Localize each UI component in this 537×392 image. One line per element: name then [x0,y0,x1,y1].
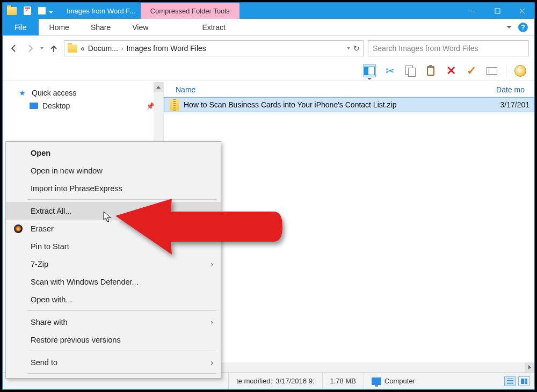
rename-button[interactable] [485,64,498,77]
help-icon[interactable]: ? [518,23,528,32]
col-date[interactable]: Date mo [496,85,534,94]
maximize-button[interactable] [485,3,510,19]
chevron-right-icon: › [211,358,213,367]
address-folder-icon [68,45,77,53]
ctx-separator [27,310,216,311]
toolbar: ✂ ✕ ✓ [3,61,534,81]
file-tab[interactable]: File [3,19,39,35]
ctx-open-with[interactable]: Open with... [6,291,221,308]
sidebar-item-quick-access[interactable]: ★ Quick access [3,86,163,99]
ctx-share-with[interactable]: Share with › [6,313,221,331]
zip-file-icon [170,99,179,111]
ctx-restore-versions[interactable]: Restore previous versions [6,331,221,349]
ctx-sendto-label: Send to [31,358,57,367]
status-modified: te modified: 3/17/2016 9: [228,373,322,389]
address-bar-row: « Docum... › Images from Word Files ↻ Se… [3,36,534,61]
ctx-share-label: Share with [31,318,68,326]
star-icon: ★ [19,89,27,97]
ctx-7zip-label: 7-Zip [31,260,48,268]
ctx-open-label: Open [31,149,50,157]
minimize-button[interactable] [460,3,485,19]
app-icon [7,7,17,15]
scroll-right-icon[interactable] [525,362,534,372]
chevron-right-icon[interactable]: › [121,45,124,52]
ctx-7zip[interactable]: 7-Zip › [6,255,221,273]
status-computer: Computer [364,373,423,389]
copy-button[interactable] [404,64,417,77]
refresh-icon[interactable]: ↻ [353,44,360,53]
column-headers[interactable]: Name Date mo [164,82,534,97]
qat-newfolder-icon[interactable] [38,7,46,14]
sidebar-label-desktop: Desktop [42,101,70,110]
breadcrumb-seg1[interactable]: Docum... [88,44,118,53]
file-row[interactable]: How to Scan Business Cards into Your iPh… [164,97,534,112]
file-date: 3/17/201 [500,100,534,109]
shell-extension-icon[interactable] [514,64,527,77]
cut-button[interactable]: ✂ [383,64,396,77]
ctx-eraser-label: Eraser [31,224,54,233]
paste-button[interactable] [424,64,437,77]
ctx-open[interactable]: Open [6,144,221,162]
nav-back-button[interactable] [8,42,20,54]
address-bar[interactable]: « Docum... › Images from Word Files ↻ [64,40,364,56]
address-dropdown-icon[interactable] [347,47,350,49]
contextual-tab-compressed[interactable]: Compressed Folder Tools [141,3,240,19]
tab-extract[interactable]: Extract [191,19,236,35]
context-menu: Open Open in new window Import into Phra… [5,141,221,379]
search-placeholder: Search Images from Word Files [373,44,478,53]
status-modified-label: te modified: [236,377,272,385]
ctx-extract-all[interactable]: Extract All... [6,202,221,220]
window-title: Images from Word F... [61,3,141,19]
scroll-up-icon[interactable] [154,82,163,92]
ctx-scan-defender[interactable]: Scan with Windows Defender... [6,273,221,291]
ctx-separator [27,351,216,351]
close-button[interactable] [510,3,534,19]
tab-home[interactable]: Home [39,19,80,35]
breadcrumb-seg2[interactable]: Images from Word Files [126,44,206,53]
confirm-button[interactable]: ✓ [465,64,478,77]
eraser-icon [14,224,23,233]
chevron-right-icon: › [211,318,213,326]
status-modified-value: 3/17/2016 9: [275,377,314,385]
ctx-open-new-window[interactable]: Open in new window [6,162,221,179]
ctx-send-to[interactable]: Send to › [6,353,221,371]
file-name: How to Scan Business Cards into Your iPh… [184,100,496,109]
nav-history-dropdown-icon[interactable] [40,47,43,49]
chevron-right-icon: › [211,224,213,233]
titlebar: Images from Word F... Compressed Folder … [3,3,534,19]
tab-share[interactable]: Share [80,19,121,35]
search-input[interactable]: Search Images from Word Files [368,40,529,56]
view-icons-button[interactable] [518,376,530,386]
ribbon-collapse-icon[interactable] [506,26,512,28]
ribbon-tabs: File Home Share View Extract ? [3,19,534,36]
view-details-button[interactable] [504,376,516,386]
ctx-separator [27,373,216,374]
ctx-separator [27,199,216,200]
monitor-icon [372,378,381,385]
preview-pane-button[interactable] [363,64,376,77]
chevron-right-icon: › [211,260,213,268]
nav-forward-button[interactable] [24,42,36,54]
ctx-eraser[interactable]: Eraser › [6,220,221,237]
ctx-import-phraseexpress[interactable]: Import into PhraseExpress [6,179,221,197]
status-computer-label: Computer [384,377,415,385]
svg-rect-1 [495,9,500,13]
sidebar-item-desktop[interactable]: Desktop 📌 [3,99,163,112]
sidebar-label-quick-access: Quick access [32,89,76,97]
breadcrumb-prefix: « [81,44,85,53]
col-name[interactable]: Name [176,85,496,94]
nav-up-button[interactable] [48,42,60,54]
ctx-pin-to-start[interactable]: Pin to Start [6,237,221,255]
qat-properties-icon[interactable] [24,6,31,15]
delete-button[interactable]: ✕ [445,64,458,77]
tab-view[interactable]: View [121,19,159,35]
qat-customize-icon[interactable] [49,11,53,13]
status-size: 1.78 MB [322,373,364,389]
desktop-icon [30,103,38,109]
